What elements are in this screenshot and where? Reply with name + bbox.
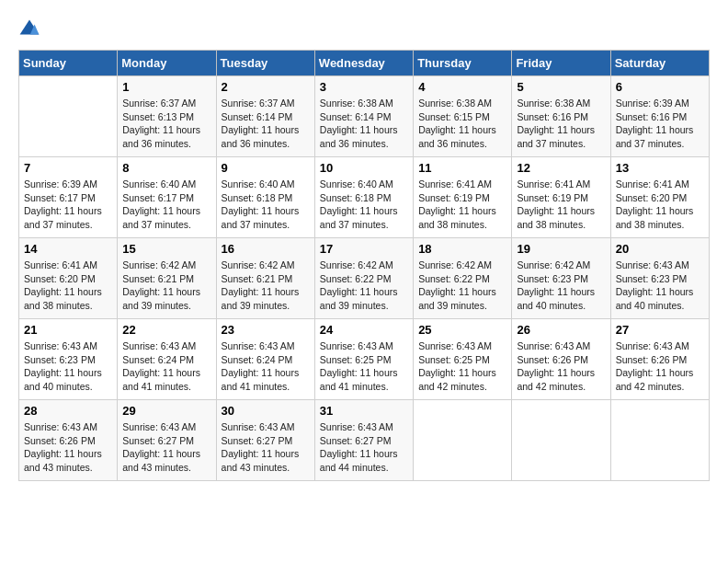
day-number: 28: [24, 404, 112, 418]
header-cell-monday: Monday: [118, 51, 216, 76]
day-number: 16: [222, 242, 310, 256]
cell-info: Sunrise: 6:42 AM Sunset: 6:22 PM Dayligh…: [320, 259, 408, 313]
calendar-cell: 22Sunrise: 6:43 AM Sunset: 6:24 PM Dayli…: [118, 319, 216, 400]
day-number: 14: [24, 242, 112, 256]
calendar-cell: 21Sunrise: 6:43 AM Sunset: 6:23 PM Dayli…: [19, 319, 118, 400]
calendar-cell: 5Sunrise: 6:38 AM Sunset: 6:16 PM Daylig…: [512, 76, 610, 157]
cell-info: Sunrise: 6:43 AM Sunset: 6:24 PM Dayligh…: [122, 339, 210, 394]
cell-info: Sunrise: 6:43 AM Sunset: 6:25 PM Dayligh…: [418, 339, 506, 394]
day-number: 31: [320, 404, 408, 418]
calendar-cell: 9Sunrise: 6:40 AM Sunset: 6:18 PM Daylig…: [216, 157, 314, 238]
day-number: 9: [222, 161, 310, 175]
calendar-week-row: 7Sunrise: 6:39 AM Sunset: 6:17 PM Daylig…: [19, 157, 710, 238]
calendar-cell: 12Sunrise: 6:41 AM Sunset: 6:19 PM Dayli…: [512, 157, 610, 238]
cell-info: Sunrise: 6:42 AM Sunset: 6:21 PM Dayligh…: [122, 259, 210, 313]
calendar-cell: 1Sunrise: 6:37 AM Sunset: 6:13 PM Daylig…: [118, 76, 216, 157]
cell-info: Sunrise: 6:43 AM Sunset: 6:26 PM Dayligh…: [517, 339, 605, 394]
calendar-week-row: 28Sunrise: 6:43 AM Sunset: 6:26 PM Dayli…: [19, 400, 710, 481]
day-number: 25: [418, 323, 506, 337]
day-number: 29: [122, 404, 210, 418]
cell-info: Sunrise: 6:38 AM Sunset: 6:14 PM Dayligh…: [320, 97, 408, 151]
cell-info: Sunrise: 6:41 AM Sunset: 6:20 PM Dayligh…: [24, 259, 112, 313]
cell-info: Sunrise: 6:42 AM Sunset: 6:21 PM Dayligh…: [222, 259, 310, 313]
day-number: 23: [222, 323, 310, 337]
header-cell-wednesday: Wednesday: [314, 51, 413, 76]
logo: [18, 18, 48, 40]
calendar-cell: 3Sunrise: 6:38 AM Sunset: 6:14 PM Daylig…: [314, 76, 413, 157]
calendar-cell: 2Sunrise: 6:37 AM Sunset: 6:14 PM Daylig…: [216, 76, 314, 157]
day-number: 5: [517, 80, 605, 94]
day-number: 21: [24, 323, 112, 337]
day-number: 19: [517, 242, 605, 256]
header-cell-friday: Friday: [512, 51, 610, 76]
calendar-cell: 28Sunrise: 6:43 AM Sunset: 6:26 PM Dayli…: [19, 400, 118, 481]
header-cell-tuesday: Tuesday: [216, 51, 314, 76]
day-number: 12: [517, 161, 605, 175]
calendar-cell: 30Sunrise: 6:43 AM Sunset: 6:27 PM Dayli…: [216, 400, 314, 481]
cell-info: Sunrise: 6:38 AM Sunset: 6:16 PM Dayligh…: [517, 97, 605, 151]
calendar-cell: 23Sunrise: 6:43 AM Sunset: 6:24 PM Dayli…: [216, 319, 314, 400]
calendar-cell: 4Sunrise: 6:38 AM Sunset: 6:15 PM Daylig…: [414, 76, 512, 157]
calendar-cell: 31Sunrise: 6:43 AM Sunset: 6:27 PM Dayli…: [314, 400, 413, 481]
calendar-week-row: 21Sunrise: 6:43 AM Sunset: 6:23 PM Dayli…: [19, 319, 710, 400]
calendar-cell: 25Sunrise: 6:43 AM Sunset: 6:25 PM Dayli…: [414, 319, 512, 400]
calendar-cell: 11Sunrise: 6:41 AM Sunset: 6:19 PM Dayli…: [414, 157, 512, 238]
calendar-week-row: 1Sunrise: 6:37 AM Sunset: 6:13 PM Daylig…: [19, 76, 710, 157]
day-number: 24: [320, 323, 408, 337]
header-cell-sunday: Sunday: [19, 51, 118, 76]
day-number: 4: [418, 80, 506, 94]
cell-info: Sunrise: 6:40 AM Sunset: 6:18 PM Dayligh…: [320, 178, 408, 232]
cell-info: Sunrise: 6:43 AM Sunset: 6:26 PM Dayligh…: [616, 339, 704, 394]
day-number: 17: [320, 242, 408, 256]
cell-info: Sunrise: 6:41 AM Sunset: 6:19 PM Dayligh…: [418, 178, 506, 232]
header-cell-saturday: Saturday: [610, 51, 709, 76]
calendar-cell: 13Sunrise: 6:41 AM Sunset: 6:20 PM Dayli…: [610, 157, 709, 238]
cell-info: Sunrise: 6:42 AM Sunset: 6:23 PM Dayligh…: [517, 259, 605, 313]
calendar-cell: 16Sunrise: 6:42 AM Sunset: 6:21 PM Dayli…: [216, 238, 314, 319]
calendar-table: SundayMondayTuesdayWednesdayThursdayFrid…: [18, 50, 710, 481]
day-number: 20: [616, 242, 704, 256]
header-cell-thursday: Thursday: [414, 51, 512, 76]
calendar-week-row: 14Sunrise: 6:41 AM Sunset: 6:20 PM Dayli…: [19, 238, 710, 319]
calendar-cell: 15Sunrise: 6:42 AM Sunset: 6:21 PM Dayli…: [118, 238, 216, 319]
calendar-cell: [512, 400, 610, 481]
logo-icon: [18, 18, 40, 40]
cell-info: Sunrise: 6:39 AM Sunset: 6:16 PM Dayligh…: [616, 97, 704, 151]
header-row: SundayMondayTuesdayWednesdayThursdayFrid…: [19, 51, 710, 76]
day-number: 7: [24, 161, 112, 175]
cell-info: Sunrise: 6:40 AM Sunset: 6:17 PM Dayligh…: [122, 178, 210, 232]
cell-info: Sunrise: 6:37 AM Sunset: 6:13 PM Dayligh…: [122, 97, 210, 151]
cell-info: Sunrise: 6:43 AM Sunset: 6:25 PM Dayligh…: [320, 339, 408, 394]
cell-info: Sunrise: 6:40 AM Sunset: 6:18 PM Dayligh…: [222, 178, 310, 232]
day-number: 1: [122, 80, 210, 94]
calendar-cell: 14Sunrise: 6:41 AM Sunset: 6:20 PM Dayli…: [19, 238, 118, 319]
calendar-cell: 18Sunrise: 6:42 AM Sunset: 6:22 PM Dayli…: [414, 238, 512, 319]
calendar-cell: [610, 400, 709, 481]
cell-info: Sunrise: 6:41 AM Sunset: 6:20 PM Dayligh…: [616, 178, 704, 232]
day-number: 11: [418, 161, 506, 175]
day-number: 26: [517, 323, 605, 337]
calendar-cell: 19Sunrise: 6:42 AM Sunset: 6:23 PM Dayli…: [512, 238, 610, 319]
day-number: 15: [122, 242, 210, 256]
calendar-cell: 8Sunrise: 6:40 AM Sunset: 6:17 PM Daylig…: [118, 157, 216, 238]
cell-info: Sunrise: 6:43 AM Sunset: 6:23 PM Dayligh…: [616, 259, 704, 313]
cell-info: Sunrise: 6:43 AM Sunset: 6:26 PM Dayligh…: [24, 420, 112, 475]
calendar-cell: 27Sunrise: 6:43 AM Sunset: 6:26 PM Dayli…: [610, 319, 709, 400]
calendar-cell: [414, 400, 512, 481]
cell-info: Sunrise: 6:43 AM Sunset: 6:27 PM Dayligh…: [320, 420, 408, 475]
cell-info: Sunrise: 6:42 AM Sunset: 6:22 PM Dayligh…: [418, 259, 506, 313]
calendar-cell: 29Sunrise: 6:43 AM Sunset: 6:27 PM Dayli…: [118, 400, 216, 481]
calendar-cell: 17Sunrise: 6:42 AM Sunset: 6:22 PM Dayli…: [314, 238, 413, 319]
cell-info: Sunrise: 6:37 AM Sunset: 6:14 PM Dayligh…: [222, 97, 310, 151]
calendar-cell: 7Sunrise: 6:39 AM Sunset: 6:17 PM Daylig…: [19, 157, 118, 238]
cell-info: Sunrise: 6:43 AM Sunset: 6:27 PM Dayligh…: [122, 420, 210, 475]
cell-info: Sunrise: 6:43 AM Sunset: 6:23 PM Dayligh…: [24, 339, 112, 394]
calendar-cell: 6Sunrise: 6:39 AM Sunset: 6:16 PM Daylig…: [610, 76, 709, 157]
cell-info: Sunrise: 6:38 AM Sunset: 6:15 PM Dayligh…: [418, 97, 506, 151]
day-number: 6: [616, 80, 704, 94]
day-number: 30: [222, 404, 310, 418]
page-header: [18, 18, 710, 40]
day-number: 3: [320, 80, 408, 94]
day-number: 27: [616, 323, 704, 337]
cell-info: Sunrise: 6:39 AM Sunset: 6:17 PM Dayligh…: [24, 178, 112, 232]
